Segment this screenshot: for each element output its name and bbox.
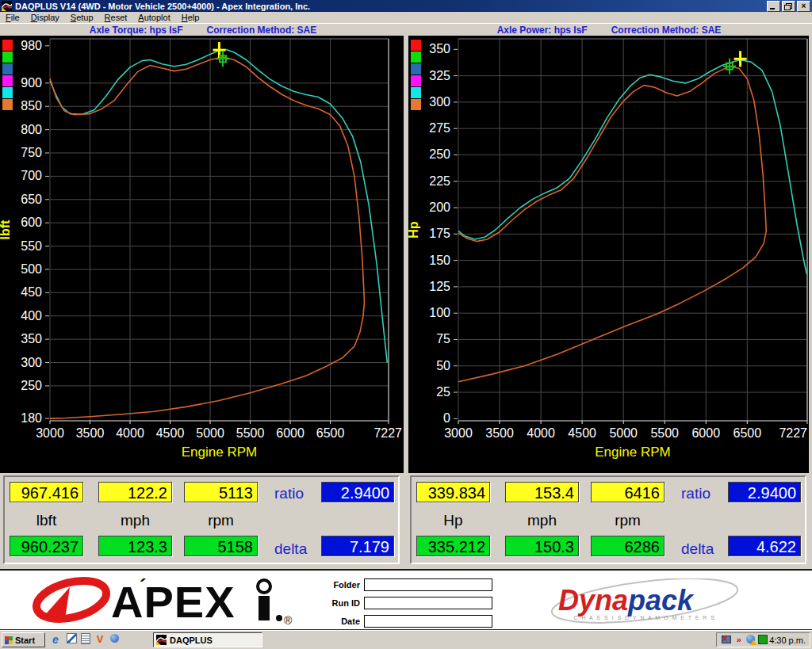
y-tick-label: 250 — [21, 379, 42, 392]
delta-label: delta — [274, 540, 319, 558]
x-tick-label: 7227 — [373, 426, 402, 440]
y-tick-label: 275 — [429, 121, 450, 135]
taskbar-clock: 4:30 p.m. — [769, 636, 810, 645]
y-tick-label: 0 — [443, 411, 450, 425]
power-cursor-rpm: 6416 — [591, 482, 665, 502]
trace-color-swatch[interactable] — [2, 75, 13, 86]
trace-color-swatch[interactable] — [2, 52, 13, 63]
apexi-i-dot — [258, 580, 270, 593]
torque-chart[interactable]: 3000350040004500500055006000650072279809… — [0, 36, 404, 473]
power-peak-mph: 150.3 — [505, 536, 579, 556]
y-tick-label: 800 — [21, 123, 42, 136]
y-tick-label: 75 — [436, 332, 450, 345]
x-tick-label: 6000 — [691, 426, 720, 440]
y-tick-label: 200 — [429, 200, 450, 214]
restore-button[interactable] — [782, 1, 795, 12]
trace-color-swatch[interactable] — [2, 40, 13, 51]
power-cursor-value: 339.834 — [416, 482, 490, 502]
y-tick-label: 650 — [21, 193, 42, 206]
y-tick-label: 50 — [436, 359, 450, 372]
delta-label: delta — [681, 540, 726, 558]
y-tick-label: 980 — [21, 39, 42, 52]
x-tick-label: 6500 — [733, 426, 762, 440]
trace-color-swatch[interactable] — [411, 87, 421, 98]
y-tick-label: 325 — [429, 69, 450, 82]
start-button[interactable]: Start — [2, 632, 45, 647]
y-tick-label: 400 — [21, 309, 42, 323]
torque-cursor-mph: 122.2 — [98, 482, 172, 502]
date-label: Date — [316, 617, 360, 626]
menu-autoplot[interactable]: Autoplot — [132, 12, 175, 23]
x-tick-label: 3500 — [76, 426, 105, 440]
y-tick-label: 150 — [429, 254, 450, 267]
y-axis-title: Hp — [408, 221, 420, 239]
x-tick-label: 7227 — [779, 426, 807, 440]
document-quicklaunch-icon[interactable] — [79, 633, 92, 646]
dynapack-logo: Dynapack C H A S S I S D Y N A M O M E T… — [546, 578, 744, 624]
power-correction-method: Correction Method: SAE — [611, 25, 722, 36]
torque-run-orange — [50, 57, 365, 418]
close-button[interactable]: × — [797, 1, 810, 12]
svg-text:Dynapack: Dynapack — [558, 584, 695, 617]
ie-quicklaunch-icon[interactable]: e — [49, 633, 62, 646]
trace-color-swatch[interactable] — [2, 63, 13, 74]
trace-color-swatch[interactable] — [411, 99, 421, 110]
x-axis-title: Engine RPM — [182, 445, 257, 460]
rpm-unit-label: rpm — [184, 512, 258, 529]
x-tick-label: 6500 — [316, 426, 345, 440]
menu-file[interactable]: File — [0, 12, 25, 23]
torque-readout-panel: 967.416 122.2 5113 lbft mph rpm 960.237 … — [3, 475, 400, 564]
torque-peak-value: 960.237 — [10, 536, 83, 556]
torque-correction-method: Correction Method: SAE — [207, 25, 317, 36]
run-id-input[interactable] — [364, 597, 492, 609]
x-tick-label: 3000 — [444, 426, 473, 440]
delta-value: 7.179 — [321, 536, 394, 556]
charts-area: 3000350040004500500055006000650072279809… — [0, 36, 812, 473]
mph-unit-label: mph — [505, 512, 579, 529]
windows-flag-icon — [5, 636, 13, 644]
trace-color-swatch[interactable] — [411, 52, 421, 63]
power-chart-title: Axle Power: hps IsF — [497, 25, 588, 36]
titlebar: DAQPLUS V14 (4WD - Motor Vehicle 2500+40… — [0, 0, 812, 12]
menubar: File Display Setup Reset Autoplot Help — [0, 12, 812, 23]
display-settings-icon[interactable] — [757, 635, 769, 645]
menu-help[interactable]: Help — [176, 12, 205, 23]
daqplus-task-button[interactable]: DAQPLUS — [153, 632, 262, 647]
daqplus-app-icon — [156, 635, 167, 645]
y-tick-label: 900 — [21, 76, 42, 90]
run-id-label: Run ID — [316, 598, 360, 608]
y-tick-label: 100 — [429, 306, 450, 319]
torque-unit-label: lbft — [10, 512, 83, 529]
network-offline-icon[interactable]: × — [720, 635, 732, 645]
svg-text:C H A S S I S D Y N A M O M: C H A S S I S D Y N A M O M E T E R S — [573, 615, 715, 620]
media-quicklaunch-icon[interactable]: V — [94, 633, 106, 646]
x-tick-label: 5000 — [196, 426, 224, 440]
torque-chart-title: Axle Torque: hps IsF — [90, 25, 183, 36]
date-input[interactable] — [364, 615, 492, 628]
show-desktop-icon[interactable] — [65, 633, 78, 646]
fast-forward-icon[interactable]: » — [733, 635, 745, 645]
power-chart[interactable]: 3000350040004500500055006000650072273503… — [408, 36, 809, 473]
folder-input[interactable] — [364, 578, 492, 591]
minimize-button[interactable] — [767, 1, 780, 12]
trace-color-swatch[interactable] — [411, 40, 421, 51]
trace-color-swatch[interactable] — [2, 87, 13, 98]
power-cursor-mph: 153.4 — [505, 482, 579, 502]
msn-quicklaunch-icon[interactable] — [108, 633, 121, 646]
menu-setup[interactable]: Setup — [65, 12, 99, 23]
x-tick-label: 5500 — [236, 426, 265, 440]
y-tick-label: 125 — [429, 280, 450, 293]
trace-color-swatch[interactable] — [411, 63, 421, 74]
trace-color-swatch[interactable] — [2, 99, 13, 110]
rpm-unit-label: rpm — [591, 512, 665, 529]
svg-text:´: ´ — [140, 576, 147, 598]
power-chart-header: Axle Power: hps IsF Correction Method: S… — [406, 23, 812, 36]
svg-text:®: ® — [284, 614, 293, 625]
update-globe-icon[interactable] — [745, 635, 756, 645]
ratio-value: 2.9400 — [321, 482, 394, 502]
menu-display[interactable]: Display — [25, 12, 65, 23]
torque-peak-rpm: 5158 — [184, 536, 258, 556]
menu-reset[interactable]: Reset — [99, 12, 133, 23]
trace-color-swatch[interactable] — [411, 75, 421, 86]
x-tick-label: 6000 — [276, 426, 304, 440]
